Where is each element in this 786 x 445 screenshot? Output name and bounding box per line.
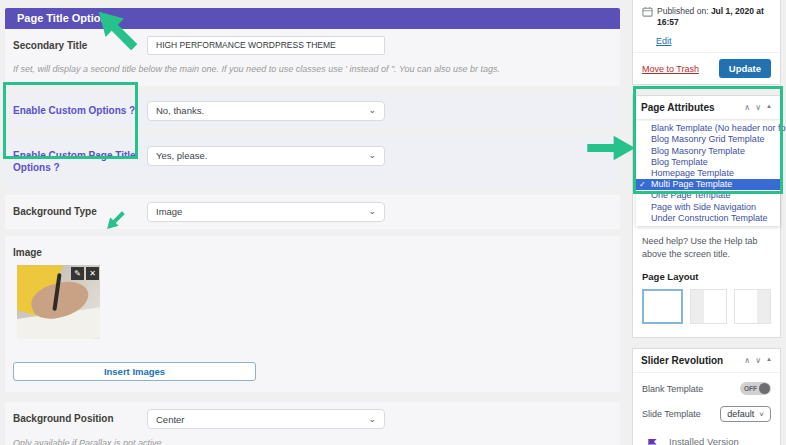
background-type-row: Background Type Image ⌄ [5, 195, 620, 229]
move-to-trash-link[interactable]: Move to Trash [642, 64, 699, 74]
secondary-title-help: If set, will display a second title belo… [13, 64, 612, 76]
need-help-text: Need help? Use the Help tab above the sc… [633, 226, 780, 261]
template-option[interactable]: Blog Template [636, 157, 780, 168]
template-option-selected[interactable]: ✓ Multi Page Template [636, 179, 780, 190]
edit-published-link[interactable]: Edit [656, 36, 672, 46]
chevron-down-icon: ⌄ [368, 415, 376, 424]
published-on-text: Published on: Jul 1, 2020 at 16:57 [657, 6, 771, 28]
secondary-title-label: Secondary Title [13, 36, 147, 53]
image-label: Image [13, 243, 612, 260]
calendar-icon [642, 6, 653, 20]
image-thumbnail: ✎ ✕ [17, 265, 100, 339]
check-icon: ✓ [639, 179, 646, 190]
metabox-title: Page Title Options [5, 8, 620, 29]
page-attributes-panel: Page Attributes ∧ ∨ ▲ Blank Template (No… [632, 95, 781, 338]
enable-custom-options-label: Enable Custom Options ? [13, 101, 147, 118]
edit-image-icon[interactable]: ✎ [71, 267, 84, 280]
template-option[interactable]: Under Construction Template [636, 213, 780, 224]
toggle-knob [759, 383, 770, 394]
image-row: Image ✎ ✕ Insert Images [5, 236, 620, 393]
template-option[interactable]: Blank Template (No header nor footer) [636, 123, 780, 134]
layout-fullwidth-option[interactable] [642, 289, 683, 324]
chevron-down-icon: ⌄ [368, 207, 376, 216]
background-type-label: Background Type [13, 202, 147, 219]
enable-custom-options-row: Enable Custom Options ? No, thanks. ⌄ [5, 94, 620, 128]
template-option[interactable]: One Page Template [636, 190, 780, 201]
slide-template-select[interactable]: default ˅ [720, 406, 771, 422]
background-type-select[interactable]: Image ⌄ [147, 202, 385, 222]
page-title-options-metabox: Page Title Options Secondary Title HIGH … [5, 8, 620, 445]
enable-custom-page-title-row: Enable Custom Page Title Options ? Yes, … [5, 136, 620, 188]
move-up-icon[interactable]: ∧ [744, 356, 750, 365]
secondary-title-input[interactable]: HIGH PERFORMANCE WORDPRESS THEME [147, 36, 385, 55]
blank-template-label: Blank Template [642, 384, 740, 394]
move-down-icon[interactable]: ∨ [755, 356, 761, 365]
remove-image-icon[interactable]: ✕ [86, 267, 99, 280]
enable-custom-page-title-label: Enable Custom Page Title Options ? [13, 146, 137, 175]
insert-images-button[interactable]: Insert Images [13, 362, 256, 381]
slide-template-label: Slide Template [642, 409, 720, 419]
move-up-icon[interactable]: ∧ [744, 103, 750, 112]
template-option[interactable]: Homepage Template [636, 168, 780, 179]
background-position-help: Only available if Parallax is not active… [13, 438, 612, 445]
toggle-panel-icon[interactable]: ▲ [766, 103, 772, 112]
background-position-select[interactable]: Center ⌄ [147, 409, 385, 429]
sidebar: Published on: Jul 1, 2020 at 16:57 Edit … [632, 0, 781, 445]
blank-template-toggle[interactable]: OFF [740, 382, 771, 395]
page-layout-label: Page Layout [633, 261, 780, 282]
page-attributes-title: Page Attributes [641, 102, 744, 113]
template-option[interactable]: Page with Side Navigation [636, 202, 780, 213]
slider-revolution-title: Slider Revolution [641, 355, 744, 366]
installed-version-label: Installed Version [669, 436, 739, 445]
template-option[interactable]: Blog Masonry Grid Template [636, 134, 780, 145]
template-dropdown-list: Blank Template (No header nor footer) Bl… [636, 121, 780, 226]
secondary-title-row: Secondary Title HIGH PERFORMANCE WORDPRE… [5, 29, 620, 86]
layout-left-sidebar-option[interactable] [690, 289, 727, 324]
template-option[interactable]: Blog Masonry Template [636, 146, 780, 157]
slider-revolution-panel: Slider Revolution ∧ ∨ ▲ Blank Template O… [632, 348, 781, 445]
background-position-label: Background Position [13, 409, 147, 426]
chevron-down-icon: ⌄ [368, 106, 376, 115]
layout-right-sidebar-option[interactable] [734, 289, 771, 324]
chevron-down-icon: ˅ [759, 410, 764, 419]
toggle-panel-icon[interactable]: ▲ [766, 356, 772, 365]
chevron-down-icon: ⌄ [368, 151, 376, 160]
update-button[interactable]: Update [719, 59, 771, 78]
publish-panel: Published on: Jul 1, 2020 at 16:57 Edit … [632, 0, 781, 85]
enable-custom-page-title-select[interactable]: Yes, please. ⌄ [147, 146, 385, 166]
move-down-icon[interactable]: ∨ [755, 103, 761, 112]
flag-icon [646, 436, 660, 445]
background-position-row: Background Position Center ⌄ Only availa… [5, 402, 620, 445]
enable-custom-options-select[interactable]: No, thanks. ⌄ [147, 101, 385, 121]
